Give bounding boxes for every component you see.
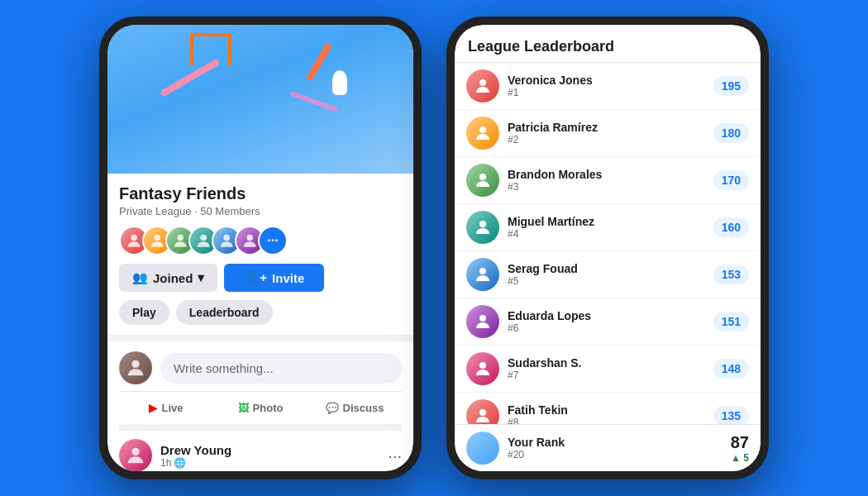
lb-avatar-2 xyxy=(466,164,499,197)
lb-score-4: 153 xyxy=(713,265,749,284)
your-rank-position: #20 xyxy=(508,449,731,460)
lb-avatar-6 xyxy=(466,352,499,385)
leaderboard-button[interactable]: Leaderboard xyxy=(176,300,273,325)
discuss-button[interactable]: 💬 Discuss xyxy=(308,397,402,419)
leaderboard-item: Sudarshan S. #7 148 xyxy=(455,346,761,393)
lb-score-5: 151 xyxy=(713,312,749,331)
write-input[interactable]: Write something... xyxy=(160,353,402,384)
lb-rank-2: #3 xyxy=(508,181,713,193)
live-icon: ▶ xyxy=(149,402,157,414)
group-name: Fantasy Friends xyxy=(119,184,402,203)
post-time-value: 1h xyxy=(160,457,171,469)
lb-score-2: 170 xyxy=(713,170,749,190)
lb-avatar-3 xyxy=(466,211,499,244)
svg-point-6 xyxy=(131,360,139,368)
svg-point-12 xyxy=(479,268,486,274)
lb-score-0: 195 xyxy=(713,76,749,96)
left-screen: Fantasy Friends Private League · 50 Memb… xyxy=(107,25,413,471)
lb-name-0: Veronica Jones xyxy=(508,74,713,87)
joined-label: Joined xyxy=(153,271,193,285)
photo-button[interactable]: 🖼 Photo xyxy=(213,397,308,419)
lb-score-7: 135 xyxy=(713,406,749,424)
person-add-icon: 👤+ xyxy=(244,270,267,285)
svg-point-2 xyxy=(177,235,183,241)
svg-point-10 xyxy=(479,174,486,180)
post-more-button[interactable]: ··· xyxy=(388,446,402,465)
your-rank-number: 87 xyxy=(731,433,749,452)
lb-avatar-4 xyxy=(466,258,499,291)
lb-info-6: Sudarshan S. #7 xyxy=(508,356,713,381)
lb-score-3: 160 xyxy=(713,217,749,237)
right-screen: League Leaderboard Veronica Jones #1 195… xyxy=(455,25,761,471)
right-phone: League Leaderboard Veronica Jones #1 195… xyxy=(446,17,769,479)
leaderboard-list: Veronica Jones #1 195 Patricia Ramírez #… xyxy=(455,63,761,424)
svg-point-4 xyxy=(223,235,229,241)
lb-info-4: Serag Fouad #5 xyxy=(508,262,713,287)
svg-point-1 xyxy=(154,235,160,241)
your-rank-label: Your Rank xyxy=(508,436,731,449)
lb-rank-7: #8 xyxy=(508,417,713,424)
leaderboard-item: Miguel Martínez #4 160 xyxy=(455,204,761,251)
globe-icon: 🌐 xyxy=(174,457,186,469)
member-avatars: ··· xyxy=(119,226,402,255)
leaderboard-item: Patricia Ramírez #2 180 xyxy=(455,110,761,157)
your-rank-row: Your Rank #20 87 ▲ 5 xyxy=(455,424,761,471)
post-item: Drew Young 1h 🌐 ··· xyxy=(119,424,402,471)
joined-icon: 👥 xyxy=(132,270,148,285)
lb-score-1: 180 xyxy=(713,123,749,143)
lb-rank-6: #7 xyxy=(508,370,713,381)
lb-score-6: 148 xyxy=(713,359,749,379)
lb-rank-4: #5 xyxy=(508,275,713,287)
write-row: Write something... xyxy=(119,341,402,391)
lb-name-5: Eduarda Lopes xyxy=(508,309,713,322)
lb-rank-5: #6 xyxy=(508,322,713,334)
lb-rank-3: #4 xyxy=(508,228,713,240)
lb-name-4: Serag Fouad xyxy=(508,262,713,275)
leaderboard-item: Serag Fouad #5 153 xyxy=(455,251,761,298)
photo-icon: 🖼 xyxy=(238,402,249,414)
photo-label: Photo xyxy=(253,402,284,414)
invite-label: Invite xyxy=(272,271,304,285)
invite-button[interactable]: 👤+ Invite xyxy=(224,264,324,292)
discuss-icon: 💬 xyxy=(326,402,339,414)
left-content: Fantasy Friends Private League · 50 Memb… xyxy=(107,174,413,471)
your-rank-score: 87 ▲ 5 xyxy=(731,433,749,464)
post-author-name: Drew Young xyxy=(160,443,231,457)
svg-point-7 xyxy=(131,448,139,455)
divider-1 xyxy=(107,335,413,341)
lb-info-2: Brandon Morales #3 xyxy=(508,168,713,193)
joined-button[interactable]: 👥 Joined ▾ xyxy=(119,264,217,292)
your-rank-avatar xyxy=(466,432,499,465)
leaderboard-item: Veronica Jones #1 195 xyxy=(455,63,761,110)
secondary-row: Play Leaderboard xyxy=(119,300,402,325)
lb-info-5: Eduarda Lopes #6 xyxy=(508,309,713,334)
live-label: Live xyxy=(161,402,183,414)
cover-image xyxy=(107,25,413,174)
svg-point-3 xyxy=(200,235,206,241)
post-time: 1h 🌐 xyxy=(160,457,231,469)
your-rank-info: Your Rank #20 xyxy=(508,436,731,460)
lb-name-6: Sudarshan S. xyxy=(508,356,713,370)
svg-point-0 xyxy=(131,235,136,241)
lb-name-3: Miguel Martínez xyxy=(508,215,713,228)
lb-info-1: Patricia Ramírez #2 xyxy=(508,121,713,145)
leaderboard-item: Brandon Morales #3 170 xyxy=(455,157,761,204)
svg-point-8 xyxy=(479,79,486,86)
live-button[interactable]: ▶ Live xyxy=(119,397,213,419)
lb-rank-0: #1 xyxy=(508,87,713,98)
svg-point-14 xyxy=(479,362,486,369)
action-row: 👥 Joined ▾ 👤+ Invite xyxy=(119,264,402,292)
lb-info-3: Miguel Martínez #4 xyxy=(508,215,713,240)
lb-name-2: Brandon Morales xyxy=(508,168,713,181)
member-avatar-more[interactable]: ··· xyxy=(258,226,288,255)
leaderboard-title: League Leaderboard xyxy=(455,25,761,63)
post-info: Drew Young 1h 🌐 xyxy=(160,443,231,469)
lb-name-1: Patricia Ramírez xyxy=(508,121,713,134)
media-row: ▶ Live 🖼 Photo 💬 Discuss xyxy=(119,391,402,424)
lb-avatar-0 xyxy=(466,69,499,103)
lb-avatar-7 xyxy=(466,399,499,424)
svg-point-13 xyxy=(479,315,486,322)
group-meta: Private League · 50 Members xyxy=(119,205,402,217)
chevron-down-icon: ▾ xyxy=(198,270,204,285)
play-button[interactable]: Play xyxy=(119,300,169,325)
